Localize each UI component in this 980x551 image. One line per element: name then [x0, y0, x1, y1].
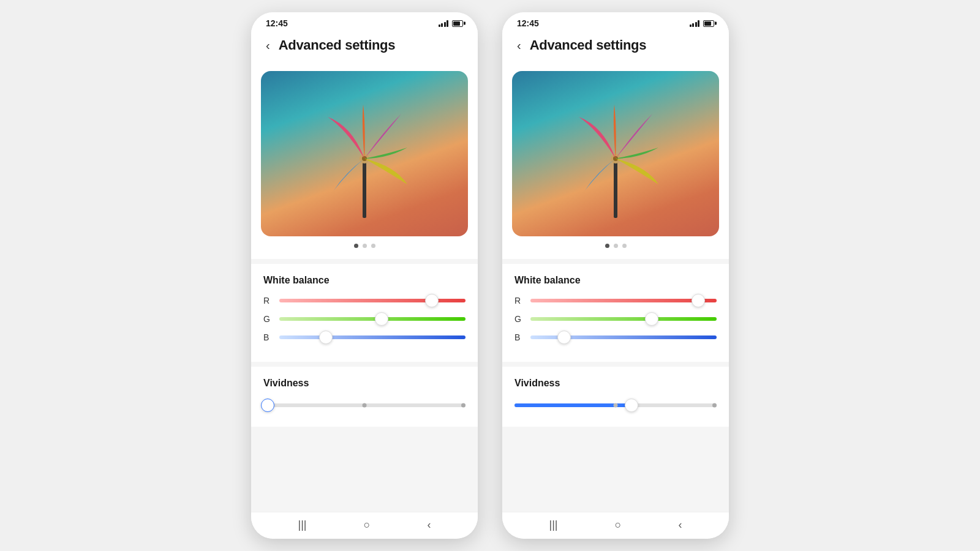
white-balance-card-right: White balance R G B — [502, 264, 729, 362]
dot-2-right — [614, 244, 618, 248]
status-icons-left — [439, 20, 464, 27]
status-icons-right — [690, 20, 715, 27]
phone-right: 12:45 ‹ Advanced settings — [502, 12, 729, 539]
dot-3-right — [622, 244, 627, 248]
header-right: ‹ Advanced settings — [502, 31, 729, 62]
r-slider-row-right: R — [514, 296, 717, 305]
pinwheel-image-right — [512, 71, 719, 236]
back-nav-icon-left[interactable]: ‹ — [427, 519, 431, 531]
recent-apps-icon-left[interactable]: ||| — [298, 519, 307, 531]
r-label-left: R — [263, 296, 272, 305]
pinwheel-svg-left — [309, 86, 420, 221]
dot-indicators-left — [261, 244, 468, 250]
b-label-right: B — [514, 332, 523, 342]
r-slider-row-left: R — [263, 296, 466, 305]
white-balance-title-right: White balance — [514, 275, 717, 286]
vividness-card-left: Vividness — [251, 367, 478, 427]
g-label-left: G — [263, 314, 272, 324]
nav-bar-right: ||| ○ ‹ — [502, 512, 729, 539]
b-slider-row-left: B — [263, 332, 466, 342]
g-label-right: G — [514, 314, 523, 324]
screen-content-left: White balance R G B — [251, 62, 478, 512]
page-title-left: Advanced settings — [279, 37, 396, 53]
vividness-title-left: Vividness — [263, 378, 466, 389]
vividness-card-right: Vividness — [502, 367, 729, 427]
back-nav-icon-right[interactable]: ‹ — [678, 519, 682, 531]
b-slider-left[interactable] — [279, 335, 466, 339]
white-balance-card-left: White balance R G B — [251, 264, 478, 362]
white-balance-title-left: White balance — [263, 275, 466, 286]
back-button-left[interactable]: ‹ — [263, 37, 273, 54]
dot-1-right — [605, 244, 609, 248]
status-bar-right: 12:45 — [502, 12, 729, 31]
dot-1-left — [354, 244, 358, 248]
vividness-track-left[interactable] — [263, 403, 466, 407]
back-button-right[interactable]: ‹ — [514, 37, 524, 54]
screen-content-right: White balance R G B — [502, 62, 729, 512]
g-slider-row-left: G — [263, 314, 466, 324]
battery-icon-left — [452, 20, 463, 27]
g-slider-row-right: G — [514, 314, 717, 324]
status-time-left: 12:45 — [266, 18, 288, 28]
status-bar-left: 12:45 — [251, 12, 478, 31]
recent-apps-icon-right[interactable]: ||| — [549, 519, 558, 531]
svg-rect-3 — [614, 160, 617, 218]
image-card-left — [251, 62, 478, 259]
r-slider-right[interactable] — [530, 299, 717, 302]
dot-indicators-right — [512, 244, 719, 250]
pinwheel-svg-right — [560, 86, 671, 221]
g-slider-right[interactable] — [530, 317, 717, 321]
vividness-title-right: Vividness — [514, 378, 717, 389]
signal-icon-right — [690, 20, 700, 27]
pinwheel-image-left — [261, 71, 468, 236]
phone-left: 12:45 ‹ Advanced settings — [251, 12, 478, 539]
vividness-track-right[interactable] — [514, 403, 717, 407]
status-time-right: 12:45 — [517, 18, 539, 28]
b-slider-right[interactable] — [530, 335, 717, 339]
r-slider-left[interactable] — [279, 299, 466, 302]
image-card-right — [502, 62, 729, 259]
svg-rect-0 — [363, 160, 366, 218]
r-label-right: R — [514, 296, 523, 305]
home-icon-right[interactable]: ○ — [615, 519, 622, 531]
header-left: ‹ Advanced settings — [251, 31, 478, 62]
dot-3-left — [371, 244, 375, 248]
signal-icon-left — [439, 20, 449, 27]
home-icon-left[interactable]: ○ — [364, 519, 371, 531]
dot-2-left — [363, 244, 367, 248]
b-slider-row-right: B — [514, 332, 717, 342]
g-slider-left[interactable] — [279, 317, 466, 321]
b-label-left: B — [263, 332, 272, 342]
nav-bar-left: ||| ○ ‹ — [251, 512, 478, 539]
battery-icon-right — [703, 20, 714, 27]
page-title-right: Advanced settings — [530, 37, 647, 53]
